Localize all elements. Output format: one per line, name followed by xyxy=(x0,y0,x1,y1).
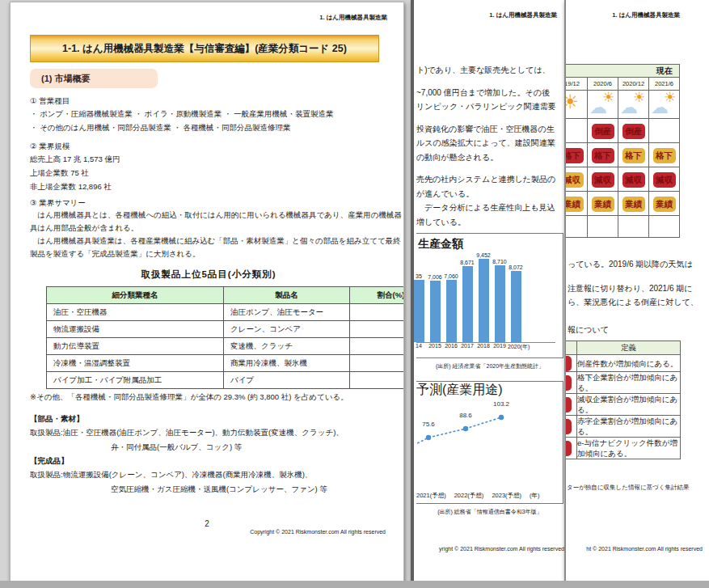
document-page-2[interactable]: 1. はん用機械器具製造業 ト)であり、主要な販売先としては、~7,000 億円… xyxy=(411,0,571,581)
share-cell: 5.2 xyxy=(350,372,405,389)
x-tick-label: 2015 xyxy=(427,343,443,351)
page2-text-line xyxy=(416,114,563,122)
bankruptcy-badge: 倒産 xyxy=(592,124,614,139)
performance-badge: 業績 xyxy=(622,197,645,212)
badge-row: 減収減収減収減収 xyxy=(564,167,680,192)
chart-source: (出所) 経済産業省「2020年生産動態統計」 xyxy=(416,362,563,370)
badge-row: 業績業績業績業績 xyxy=(564,192,680,216)
finished-products-line: 空気圧縮機・ガス圧縮機・送風機(コンプレッサー、ファン) 等 xyxy=(30,482,387,497)
forecast-data-point xyxy=(499,415,504,420)
cloud-glyph: ☁ xyxy=(590,99,607,116)
badge-cell xyxy=(564,119,588,143)
x-tick-label: 2017 xyxy=(459,343,475,351)
revenue-drop-badge: 減収 xyxy=(564,172,584,188)
badge-cell xyxy=(649,119,680,143)
badge-cell: 格下 xyxy=(649,143,680,167)
parts-products-line: 取扱製品:油圧・空圧機器(油圧ポンプ、油圧モーター)、動力伝動装置(変速機、クラ… xyxy=(30,425,387,440)
page2-running-header: 1. はん用機械器具製造業 xyxy=(416,11,563,19)
cloud-glyph: ☁ xyxy=(652,99,669,116)
weather-cell: ☀☁ xyxy=(649,91,680,119)
table-row: 冷凍機・温湿調整装置商業用冷凍機、製氷機10.0 xyxy=(47,355,405,372)
weather-icon-row: ☀☀☁☀☁☀☁ xyxy=(564,91,680,119)
page2-body-text: ト)であり、主要な販売先としては、~7,000 億円台まで増加した。その後リンピ… xyxy=(416,63,563,229)
copyright-notice: yright © 2021 Riskmonster.com All rights… xyxy=(439,546,564,552)
document-page-3[interactable]: 1. はん用機械器具製造業 現在19/122020/62020/122021/6… xyxy=(564,0,709,581)
definition-row: 減収企業割合が増加傾向にある。 xyxy=(564,394,681,416)
badge-cell: 倒産 xyxy=(588,119,618,143)
page2-text-line: の動向が懸念される。 xyxy=(416,150,563,165)
page2-text-line: 増している。 xyxy=(416,215,563,230)
bar-group: 9,452 xyxy=(475,252,492,342)
badge-row: 倒産倒産 xyxy=(564,119,680,143)
industry-cell: 油圧・空圧機器 xyxy=(47,304,224,321)
forecast-line-plot: 75.688.6103.2 xyxy=(416,399,560,480)
downgrade-badge: 格下 xyxy=(564,148,584,163)
revenue-drop-badge: 減収 xyxy=(622,172,645,188)
page1-running-header: 1. はん用機械器具製造業 xyxy=(30,14,387,22)
empty-cell xyxy=(649,216,680,238)
chart-source: (出所) 総務省「情報通信白書令和3年版」 xyxy=(416,508,563,516)
badge-cell: 格下 xyxy=(588,143,618,167)
forecast-chart: 予測(産業用途) 75.688.6103.2 2021(予想)2022(予想)2… xyxy=(416,381,563,504)
business-items-line: ・ その他のはん用機械・同部分品製造業 ・ 各種機械・同部分品製造修理業 xyxy=(30,121,387,134)
copyright-notice: ht © 2021 Riskmonster.com All rights res… xyxy=(586,546,703,552)
performance-badge: 業績 xyxy=(564,197,584,212)
table-row: 動力伝導装置変速機、クラッチ10.8 xyxy=(47,338,405,355)
page2-text-line: 投資鈍化の影響で油圧・空圧機器の生 xyxy=(416,122,563,137)
bar-value-label: 9,452 xyxy=(476,252,491,258)
period-cell: 2020/12 xyxy=(618,78,649,91)
downgrade-badge: 格下 xyxy=(653,148,676,163)
x-tick-label: 2016 xyxy=(443,343,459,351)
forecast-x-tick: (年) xyxy=(530,492,540,500)
share-cell: 11.0 xyxy=(350,321,405,338)
current-header-row: 現在 xyxy=(564,65,680,78)
bar-group: 8,710 xyxy=(492,259,508,342)
bar xyxy=(495,265,505,342)
period-header-row: 19/122020/62020/122021/6 xyxy=(564,78,680,91)
industry-summary-paragraphs: はん用機械器具とは、各種機械への組込・取付にはん用的に用いられる機械器具であり、… xyxy=(30,209,387,260)
page-number: 2 xyxy=(11,519,403,528)
definition-row: 赤字企業割合が増加傾向にある。 xyxy=(564,416,681,438)
business-items-line: ・ ポンプ・圧縮器機械製造業 ・ ボイラ・原動機製造業 ・ 一般産業用機械・装置… xyxy=(30,107,387,121)
badge-cell: 減収 xyxy=(649,167,680,192)
definition-row: 倒産件数が増加傾向にある。 xyxy=(564,355,681,372)
definition-badge xyxy=(564,356,572,371)
definition-badge-cell xyxy=(564,416,577,438)
definition-text-cell: 減収企業割合が増加傾向にある。 xyxy=(577,394,681,416)
page2-text-line xyxy=(416,164,563,172)
badge-cell: 倒産 xyxy=(618,119,649,143)
forecast-data-point xyxy=(463,426,468,431)
forecast-data-point xyxy=(426,435,431,440)
document-page-1[interactable]: 1. はん用機械器具製造業 1-1. はん用機械器具製造業【与信審査編】(産業分… xyxy=(10,2,404,582)
bar xyxy=(430,281,441,342)
partly-cloudy-icon: ☀☁ xyxy=(652,91,677,114)
sun-icon: ☀ xyxy=(564,91,585,114)
weather-cell: ☀☁ xyxy=(588,91,618,119)
bar-chart-x-axis: 14201520162017201820192020(年) xyxy=(416,342,555,351)
industry-scale-line: 非上場企業数 12,896 社 xyxy=(30,180,387,193)
definition-text-cell: e-与信ナビクリック件数が増加傾向にある。 xyxy=(577,438,681,459)
page1-title-banner: 1-1. はん用機械器具製造業【与信審査編】(産業分類コード 25) xyxy=(30,35,379,62)
badge-cell: 減収 xyxy=(588,167,618,192)
weather-cell: ☀☁ xyxy=(618,91,649,119)
badge-cell: 減収 xyxy=(618,167,649,192)
period-cell: 2020/6 xyxy=(588,78,618,91)
parts-products-line: 弁・同付属品(一般バルブ、コック) 等 xyxy=(30,440,387,455)
page3-text-line: 注意報に切り替わり、2021/6 期に xyxy=(566,281,703,295)
empty-cell xyxy=(618,216,649,238)
empty-cell xyxy=(588,216,618,238)
table-header-row: 細分類業種名製品名割合(%) xyxy=(47,287,405,304)
industry-cell: 動力伝導装置 xyxy=(47,338,224,355)
industry-scale-line: 上場企業数 75 社 xyxy=(30,166,387,180)
column-header: 製品名 xyxy=(224,287,350,304)
forecast-x-tick: 2023(予想) xyxy=(492,492,521,500)
page2-text-line: リンピック・パラリンピック関連需要 xyxy=(416,99,563,114)
empty-row xyxy=(564,216,680,238)
page1-content: 1. はん用機械器具製造業 1-1. はん用機械器具製造業【与信審査編】(産業分… xyxy=(11,2,403,569)
period-cell: 2021/6 xyxy=(649,78,680,91)
bar-value-label: 35 xyxy=(416,273,422,279)
sun-glyph: ☀ xyxy=(564,91,579,112)
share-cell: 10.0 xyxy=(350,355,405,372)
empty-cell xyxy=(564,216,588,238)
industry-scale-line: 総売上高 17 兆 1,573 億円 xyxy=(30,152,387,166)
